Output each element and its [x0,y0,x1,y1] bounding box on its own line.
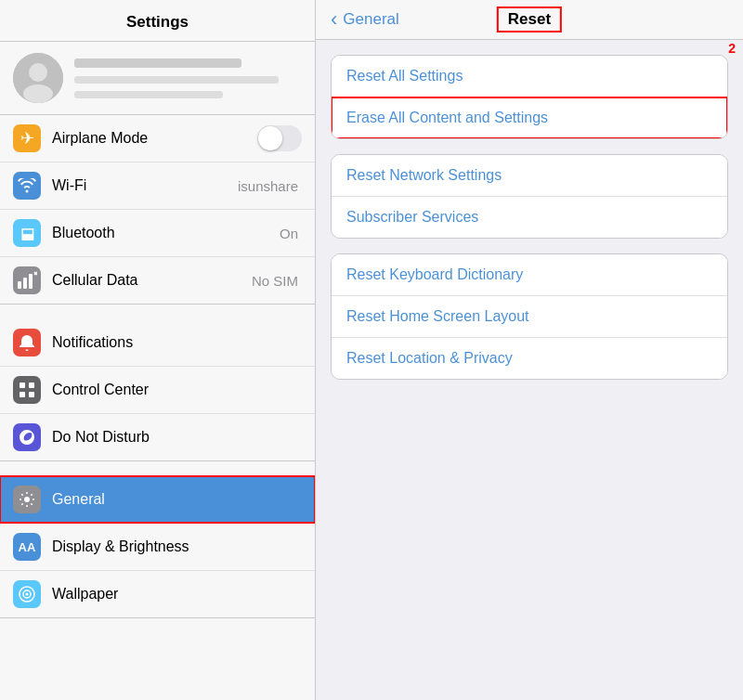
control-center-label: Control Center [52,382,302,398]
notifications-label: Notifications [52,334,302,351]
reset-home-screen-item[interactable]: Reset Home Screen Layout [332,296,727,338]
nav-bar: ‹ General Reset 2 [316,0,743,40]
reset-section-2: Reset Network Settings Subscriber Servic… [331,154,728,239]
do-not-disturb-icon [13,423,41,451]
wifi-value: isunshare [238,178,298,194]
display-label: Display & Brightness [52,538,302,555]
svg-point-13 [26,593,29,596]
reset-all-settings-item[interactable]: Reset All Settings [332,56,727,97]
sidebar-item-airplane-mode[interactable]: ✈ Airplane Mode [0,115,315,162]
profile-name [74,58,241,68]
sidebar-item-do-not-disturb[interactable]: Do Not Disturb [0,414,315,460]
reset-section-1: Reset All Settings Erase All Content and… [331,55,728,139]
control-center-icon [13,376,41,404]
reset-location-label: Reset Location & Privacy [346,350,513,367]
profile-info [74,58,279,98]
svg-rect-5 [29,274,33,289]
apps-group: Notifications Control Center Do Not Dis [0,319,315,461]
nav-title: Reset [497,6,562,32]
reset-network-item[interactable]: Reset Network Settings [332,155,727,197]
annotation-2: 2 [728,41,736,56]
svg-rect-3 [18,281,21,289]
display-icon: AA [13,533,41,561]
erase-all-content-item[interactable]: Erase All Content and Settings 3 [332,97,727,138]
sidebar-item-bluetooth[interactable]: ⬓ Bluetooth On [0,210,315,257]
svg-rect-4 [23,278,27,289]
sidebar-item-control-center[interactable]: Control Center [0,367,315,414]
bluetooth-label: Bluetooth [52,225,268,241]
general-icon [13,486,41,513]
spacer [316,380,743,417]
notifications-icon [13,329,41,356]
reset-all-settings-label: Reset All Settings [346,68,463,84]
svg-point-2 [23,84,53,103]
sidebar-item-general[interactable]: General [0,476,315,524]
sidebar-item-wallpaper[interactable]: Wallpaper [0,571,315,617]
sidebar-title: Settings [0,0,315,42]
sidebar-item-notifications[interactable]: Notifications [0,319,315,367]
reset-home-screen-label: Reset Home Screen Layout [346,308,529,325]
wifi-icon [13,172,41,200]
svg-point-10 [24,497,30,502]
sidebar-item-wifi[interactable]: Wi-Fi isunshare [0,162,315,210]
airplane-mode-toggle[interactable] [257,125,302,151]
do-not-disturb-label: Do Not Disturb [52,429,302,446]
erase-all-content-label: Erase All Content and Settings [346,110,548,126]
profile-sub1 [74,76,279,84]
svg-rect-6 [20,382,25,388]
airplane-icon: ✈ [13,124,41,152]
svg-rect-8 [20,392,25,397]
reset-keyboard-item[interactable]: Reset Keyboard Dictionary [332,254,727,296]
subscriber-services-item[interactable]: Subscriber Services [332,197,727,238]
cellular-label: Cellular Data [52,272,241,289]
reset-network-label: Reset Network Settings [346,167,502,184]
subscriber-services-label: Subscriber Services [346,209,478,226]
airplane-mode-label: Airplane Mode [52,130,246,147]
toggle-knob [258,126,282,150]
profile-row[interactable] [0,42,315,115]
wallpaper-icon [13,580,41,608]
profile-sub2 [74,91,223,98]
cellular-icon [13,266,41,294]
main-panel: ‹ General Reset 2 Reset All Settings Era… [316,0,743,700]
sidebar-item-cellular[interactable]: Cellular Data No SIM [0,257,315,304]
svg-rect-9 [29,392,34,397]
reset-location-item[interactable]: Reset Location & Privacy [332,338,727,379]
cellular-value: No SIM [252,273,298,289]
connectivity-group: ✈ Airplane Mode Wi-Fi isunshare ⬓ Blueto… [0,115,315,305]
sidebar-item-display[interactable]: AA Display & Brightness [0,524,315,571]
svg-rect-7 [29,382,34,388]
general-group: General 1 AA Display & Brightness Wallpa… [0,476,315,618]
svg-point-1 [29,63,47,82]
reset-keyboard-label: Reset Keyboard Dictionary [346,266,523,283]
general-label: General [52,491,302,508]
wallpaper-label: Wallpaper [52,586,302,603]
bluetooth-value: On [280,226,298,241]
back-button[interactable]: ‹ General [331,9,399,30]
back-chevron-icon: ‹ [331,9,337,30]
bluetooth-icon: ⬓ [13,219,41,247]
reset-section-3: Reset Keyboard Dictionary Reset Home Scr… [331,253,728,380]
sidebar: Settings ✈ Airplane Mode [0,0,316,700]
wifi-label: Wi-Fi [52,177,227,194]
avatar [13,53,63,103]
back-label: General [343,10,398,29]
